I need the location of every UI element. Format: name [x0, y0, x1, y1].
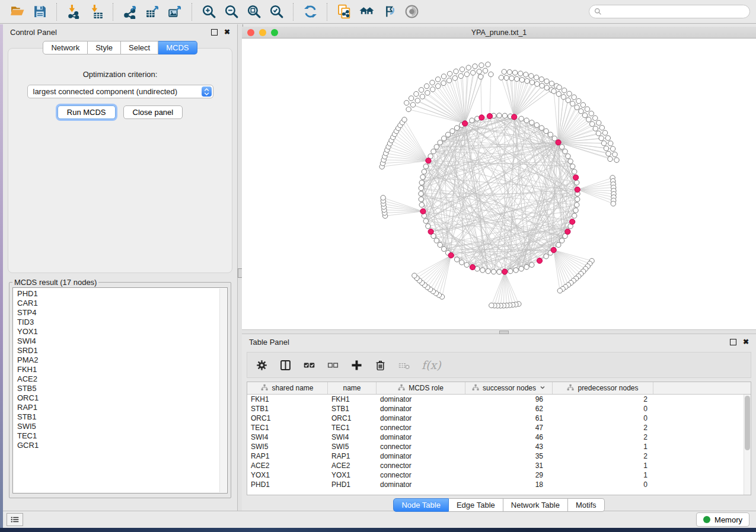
list-item[interactable]: YOX1 — [17, 327, 218, 336]
list-item[interactable]: CAR1 — [17, 299, 218, 308]
network-node[interactable] — [575, 203, 579, 207]
network-node[interactable] — [539, 126, 544, 130]
network-node[interactable] — [519, 267, 524, 271]
network-node[interactable] — [560, 145, 564, 149]
search-input[interactable] — [605, 7, 745, 17]
network-node[interactable] — [406, 107, 411, 111]
float-table-panel-icon[interactable] — [730, 339, 736, 345]
network-node[interactable] — [441, 81, 446, 85]
network-node[interactable] — [423, 219, 428, 223]
network-node[interactable] — [572, 213, 577, 218]
network-node[interactable] — [422, 169, 426, 174]
network-node[interactable] — [419, 197, 423, 201]
network-node[interactable] — [556, 242, 561, 247]
network-node[interactable] — [410, 102, 415, 107]
network-node[interactable] — [509, 76, 514, 81]
network-node[interactable] — [614, 158, 619, 162]
close-window-icon[interactable] — [247, 29, 254, 36]
mcds-hub-node[interactable] — [502, 269, 508, 274]
network-node[interactable] — [414, 91, 419, 96]
zoom-in-icon[interactable] — [199, 2, 218, 21]
delete-icon[interactable] — [374, 359, 387, 371]
network-node[interactable] — [434, 145, 439, 149]
mcds-hub-node[interactable] — [420, 209, 426, 214]
open-file-icon[interactable] — [8, 2, 27, 21]
network-node[interactable] — [486, 269, 490, 274]
tab-style[interactable]: Style — [88, 41, 121, 55]
network-node[interactable] — [450, 129, 455, 133]
mcds-hub-node[interactable] — [565, 229, 570, 234]
network-node[interactable] — [486, 62, 490, 67]
network-node[interactable] — [466, 65, 471, 70]
network-node[interactable] — [576, 98, 581, 103]
list-item[interactable]: SWI5 — [17, 422, 218, 431]
network-node[interactable] — [426, 224, 430, 229]
close-table-panel-icon[interactable]: ✖ — [743, 339, 749, 345]
list-item[interactable]: TID3 — [17, 318, 218, 327]
network-node[interactable] — [544, 85, 549, 90]
columns-icon[interactable] — [279, 359, 292, 371]
list-item[interactable]: TEC1 — [17, 431, 218, 441]
mcds-hub-node[interactable] — [462, 121, 468, 126]
mcds-hub-node[interactable] — [537, 258, 542, 264]
network-node[interactable] — [566, 154, 570, 159]
network-node[interactable] — [605, 136, 610, 140]
table-row[interactable]: TEC1TEC1connector472 — [247, 423, 751, 432]
network-node[interactable] — [502, 69, 506, 74]
tab-mcds[interactable]: MCDS — [158, 41, 197, 55]
network-node[interactable] — [464, 262, 469, 267]
network-node[interactable] — [425, 91, 430, 95]
column-header-predecessor-nodes[interactable]: predecessor nodes — [553, 382, 653, 394]
network-node[interactable] — [471, 70, 476, 75]
list-item[interactable]: GCR1 — [17, 441, 218, 450]
result-list-scrollbar[interactable] — [219, 289, 227, 492]
network-node[interactable] — [434, 238, 439, 243]
list-item[interactable]: STB5 — [17, 384, 218, 393]
run-mcds-button[interactable]: Run MCDS — [58, 105, 116, 119]
mcds-hub-node[interactable] — [448, 252, 454, 258]
network-node[interactable] — [599, 136, 604, 140]
network-node[interactable] — [575, 197, 580, 201]
network-node[interactable] — [415, 98, 420, 103]
network-node[interactable] — [470, 118, 474, 123]
network-node[interactable] — [420, 94, 425, 99]
network-node[interactable] — [608, 156, 613, 161]
zoom-selected-icon[interactable] — [267, 2, 286, 21]
network-node[interactable] — [529, 120, 534, 125]
network-window-titlebar[interactable]: YPA_prune.txt_1 — [242, 27, 756, 39]
close-panel-icon[interactable]: ✖ — [224, 29, 230, 35]
network-node[interactable] — [504, 75, 509, 80]
network-node[interactable] — [589, 111, 594, 116]
network-node[interactable] — [480, 268, 485, 273]
select-all-icon[interactable] — [303, 359, 315, 371]
network-node[interactable] — [502, 113, 507, 118]
network-node[interactable] — [590, 121, 595, 126]
network-node[interactable] — [551, 89, 556, 94]
network-node[interactable] — [549, 81, 554, 86]
list-item[interactable]: STB1 — [17, 412, 218, 422]
table-scrollbar[interactable] — [744, 395, 751, 495]
network-node[interactable] — [519, 78, 524, 82]
network-node[interactable] — [604, 146, 608, 150]
network-node[interactable] — [596, 120, 601, 125]
network-node[interactable] — [442, 246, 446, 251]
mcds-hub-node[interactable] — [556, 140, 561, 145]
network-node[interactable] — [529, 73, 534, 78]
network-node[interactable] — [515, 76, 519, 81]
network-node[interactable] — [572, 169, 577, 174]
network-node[interactable] — [489, 303, 494, 307]
network-node[interactable] — [489, 72, 493, 76]
memory-button[interactable]: Memory — [696, 512, 749, 527]
gear-icon[interactable] — [256, 359, 268, 371]
float-panel-icon[interactable] — [211, 29, 218, 36]
network-node[interactable] — [582, 113, 587, 117]
mcds-hub-node[interactable] — [470, 264, 475, 270]
list-item[interactable]: PMA2 — [17, 355, 218, 365]
mcds-hub-node[interactable] — [479, 115, 484, 120]
network-canvas[interactable] — [242, 39, 756, 330]
hide-annotations-icon[interactable] — [379, 2, 398, 21]
network-node[interactable] — [430, 87, 435, 92]
table-row[interactable]: SWI4SWI4dominator462 — [247, 432, 751, 442]
list-item[interactable]: FKH1 — [17, 365, 218, 374]
network-node[interactable] — [557, 85, 562, 89]
